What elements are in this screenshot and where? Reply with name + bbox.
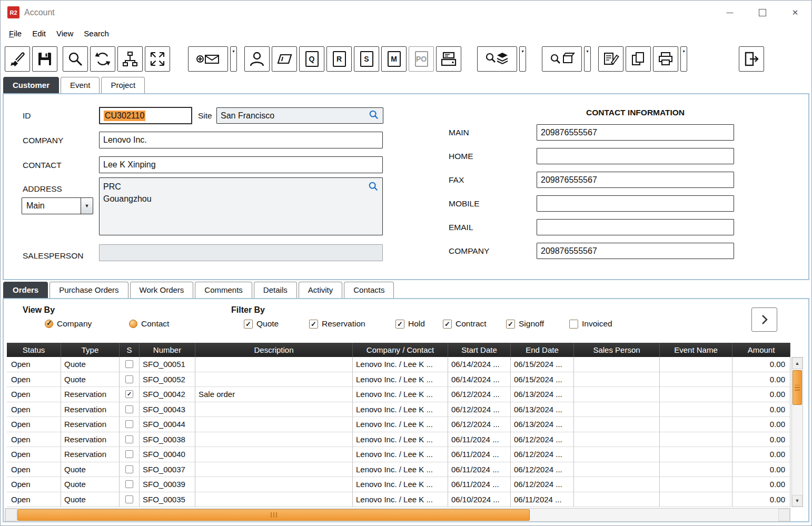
find-package-dropdown[interactable] <box>584 46 591 72</box>
row-s-checkbox[interactable] <box>125 450 133 458</box>
address-type-select[interactable]: Main <box>22 197 93 214</box>
ci-home-field[interactable] <box>537 148 734 164</box>
row-s-checkbox[interactable] <box>125 495 133 503</box>
menu-edit[interactable]: Edit <box>27 27 51 40</box>
tab-project[interactable]: Project <box>101 77 145 93</box>
tab-contacts[interactable]: Contacts <box>344 282 394 298</box>
ci-email-field[interactable] <box>537 219 734 235</box>
site-search-icon[interactable] <box>369 110 379 122</box>
filter-quote-option[interactable]: ✓ Quote <box>244 319 279 329</box>
col-amount[interactable]: Amount <box>732 343 790 357</box>
find-package-button[interactable] <box>542 46 582 72</box>
col-number[interactable]: Number <box>140 343 195 357</box>
menu-view[interactable]: View <box>51 27 78 40</box>
scroll-left-button[interactable] <box>5 509 17 521</box>
minimize-button[interactable] <box>714 1 746 24</box>
row-s-checkbox[interactable] <box>125 405 133 413</box>
table-row[interactable]: Open Quote SFO_00037 Lenovo Inc. / Lee K… <box>7 462 790 478</box>
scroll-down-button[interactable] <box>792 495 803 507</box>
col-description[interactable]: Description <box>195 343 353 357</box>
view-by-company-option[interactable]: Company <box>45 319 92 329</box>
table-row[interactable]: Open Quote SFO_00039 Lenovo Inc. / Lee K… <box>7 477 790 492</box>
signoff-checkbox[interactable]: ✓ <box>506 320 515 329</box>
address-field[interactable]: PRC Gouangzhou <box>99 177 383 235</box>
refresh-button[interactable] <box>90 46 115 72</box>
address-search-icon[interactable] <box>368 181 379 194</box>
col-company-contact[interactable]: Company / Contact <box>353 343 448 357</box>
table-row[interactable]: Open Quote SFO_00051 Lenovo Inc. / Lee K… <box>7 357 790 372</box>
ci-mobile-field[interactable] <box>537 195 734 212</box>
edit-notes-button[interactable] <box>598 46 623 72</box>
row-s-checkbox[interactable]: ✓ <box>125 390 133 398</box>
address-type-dropdown-button[interactable] <box>81 198 93 214</box>
ci-main-field[interactable]: 209876555567 <box>537 124 734 141</box>
menu-search[interactable]: Search <box>78 27 114 40</box>
tab-details[interactable]: Details <box>254 282 297 298</box>
row-s-checkbox[interactable] <box>125 465 133 473</box>
memo-document-button[interactable]: M <box>381 46 407 72</box>
format-paint-button[interactable] <box>5 46 30 72</box>
tab-purchase-orders[interactable]: Purchase Orders <box>49 282 128 298</box>
vertical-scrollbar[interactable] <box>791 357 803 507</box>
table-row[interactable]: Open Reservation ✓ SFO_00042 Sale order … <box>7 387 790 402</box>
table-row[interactable]: Open Reservation SFO_00040 Lenovo Inc. /… <box>7 447 790 462</box>
save-button[interactable] <box>32 46 57 72</box>
tab-customer[interactable]: Customer <box>3 77 59 93</box>
tab-orders[interactable]: Orders <box>3 282 48 298</box>
row-s-checkbox[interactable] <box>125 420 133 428</box>
next-page-button[interactable] <box>751 307 777 332</box>
table-row[interactable]: Open Quote SFO_00052 Lenovo Inc. / Lee K… <box>7 372 790 388</box>
exit-button[interactable] <box>739 46 764 72</box>
col-event-name[interactable]: Event Name <box>660 343 732 357</box>
horizontal-scrollbar-track[interactable] <box>17 509 778 521</box>
print-dropdown[interactable] <box>680 46 687 72</box>
row-s-checkbox[interactable] <box>125 435 133 443</box>
tab-activity[interactable]: Activity <box>299 282 343 298</box>
row-s-checkbox[interactable] <box>125 480 133 488</box>
contact-radio[interactable] <box>129 320 137 328</box>
reservation-document-button[interactable]: R <box>326 46 352 72</box>
contract-checkbox[interactable]: ✓ <box>443 320 452 329</box>
table-row[interactable]: Open Reservation SFO_00038 Lenovo Inc. /… <box>7 432 790 448</box>
menu-file[interactable]: File <box>4 27 27 40</box>
maximize-button[interactable] <box>746 1 779 24</box>
company-field[interactable]: Lenovo Inc. <box>99 132 383 148</box>
close-button[interactable] <box>779 1 811 24</box>
col-s[interactable]: S <box>120 343 140 357</box>
col-end-date[interactable]: End Date <box>511 343 574 357</box>
register-button[interactable] <box>436 46 461 72</box>
vertical-scrollbar-thumb[interactable] <box>793 370 802 405</box>
filter-signoff-option[interactable]: ✓ Signoff <box>506 319 544 329</box>
horizontal-scrollbar-thumb[interactable] <box>17 509 530 521</box>
invoiced-checkbox[interactable] <box>569 320 578 329</box>
quote-checkbox[interactable]: ✓ <box>244 320 253 329</box>
col-start-date[interactable]: Start Date <box>448 343 511 357</box>
new-message-button[interactable] <box>188 46 228 72</box>
ci-company-field[interactable]: 209876555567 <box>537 243 734 259</box>
filter-reservation-option[interactable]: ✓ Reservation <box>309 319 365 329</box>
col-sales-person[interactable]: Sales Person <box>574 343 660 357</box>
table-row[interactable]: Open Reservation SFO_00044 Lenovo Inc. /… <box>7 417 790 432</box>
sale-document-button[interactable]: S <box>354 46 379 72</box>
id-field[interactable]: CU302110 <box>99 107 192 124</box>
scroll-up-button[interactable] <box>792 358 803 369</box>
tab-work-orders[interactable]: Work Orders <box>130 282 194 298</box>
table-row[interactable]: Open Reservation SFO_00043 Lenovo Inc. /… <box>7 402 790 418</box>
col-status[interactable]: Status <box>7 343 61 357</box>
hold-checkbox[interactable]: ✓ <box>395 320 404 329</box>
site-field[interactable]: San Francisco <box>216 107 383 124</box>
ci-fax-field[interactable]: 209876555567 <box>537 172 734 188</box>
row-s-checkbox[interactable] <box>125 360 133 368</box>
copy-button[interactable] <box>626 46 651 72</box>
reservation-checkbox[interactable]: ✓ <box>309 320 318 329</box>
scroll-right-button[interactable] <box>778 509 790 521</box>
company-radio[interactable] <box>45 320 53 328</box>
contact-field[interactable]: Lee K Xinping <box>99 156 383 173</box>
find-stock-dropdown[interactable] <box>519 46 526 72</box>
tab-event[interactable]: Event <box>61 77 100 93</box>
new-message-dropdown[interactable] <box>230 46 237 72</box>
table-row[interactable]: Open Quote SFO_00035 Lenovo Inc. / Lee K… <box>7 492 790 508</box>
find-button[interactable] <box>63 46 88 72</box>
salesperson-field[interactable] <box>99 244 383 261</box>
find-stock-button[interactable] <box>477 46 517 72</box>
